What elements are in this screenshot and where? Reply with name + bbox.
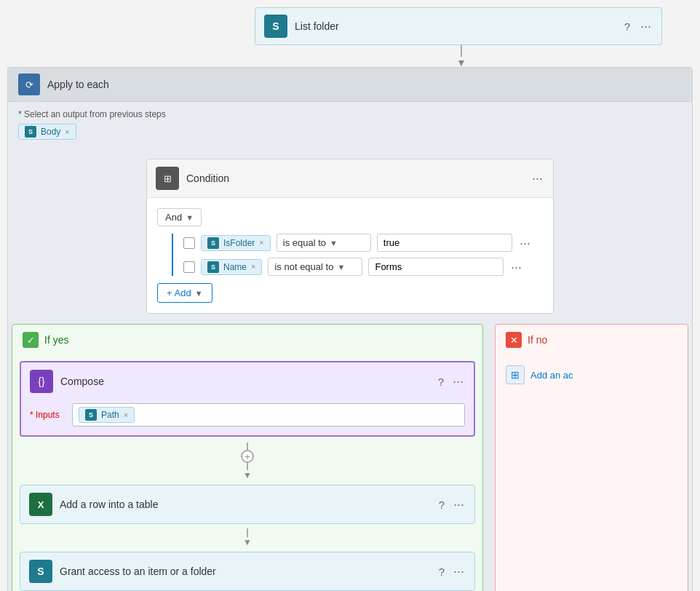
list-folder-card: S List folder ? ⋯ <box>255 7 662 45</box>
select-output-label: * Select an output from previous steps <box>18 109 682 119</box>
body-token: S Body × <box>18 124 76 140</box>
list-folder-title: List folder <box>295 20 616 32</box>
compose-header: {} Compose ? ⋯ <box>21 362 474 400</box>
apply-each-label: Apply to each <box>47 79 109 90</box>
apply-each-header: ⟳ Apply to each <box>8 68 692 102</box>
add-action-label: Add an ac <box>530 370 573 381</box>
plus-connector-1: + ▼ <box>12 443 482 480</box>
apply-each-body: * Select an output from previous steps S… <box>8 102 692 147</box>
add-chevron: ▼ <box>195 289 203 298</box>
and-chevron: ▼ <box>186 213 194 222</box>
if-yes-label: If yes <box>44 334 68 346</box>
list-folder-help-button[interactable]: ? <box>623 19 632 34</box>
isfolder-token: S IsFolder × <box>201 235 271 251</box>
compose-title: Compose <box>60 376 429 387</box>
name-token: S Name × <box>201 259 262 275</box>
compose-body: * Inputs S Path × <box>21 400 474 435</box>
condition-checkbox-2[interactable] <box>183 261 195 273</box>
condition-value-2[interactable] <box>368 258 504 276</box>
path-token: S Path × <box>79 407 135 423</box>
compose-icon: {} <box>30 370 53 393</box>
and-dropdown[interactable]: And ▼ <box>157 208 202 226</box>
body-token-remove[interactable]: × <box>65 128 69 136</box>
name-remove[interactable]: × <box>251 263 255 271</box>
if-no-label: If no <box>528 334 547 346</box>
condition-checkbox-1[interactable] <box>183 237 195 249</box>
path-token-icon: S <box>85 409 97 421</box>
row1-more-button[interactable]: ⋯ <box>518 235 532 251</box>
add-condition-button[interactable]: + Add ▼ <box>157 283 212 303</box>
list-folder-more-button[interactable]: ⋯ <box>639 18 653 34</box>
grant-access-icon: S <box>29 560 52 583</box>
operator-select-1[interactable]: is equal to ▼ <box>277 234 371 252</box>
inner-flow: ⊞ Condition ⋯ And ▼ S <box>8 147 692 591</box>
condition-header: ⊞ Condition ⋯ <box>147 159 553 198</box>
excel-icon: X <box>29 493 52 516</box>
list-folder-icon: S <box>264 15 287 38</box>
if-yes-section: ✓ If yes {} Compose ? ⋯ <box>12 324 483 591</box>
connector-2: ▼ <box>12 528 482 547</box>
condition-icon: ⊞ <box>156 167 179 190</box>
inputs-label: * Inputs <box>30 410 66 420</box>
condition-card: ⊞ Condition ⋯ And ▼ S <box>146 159 554 314</box>
isfolder-token-icon: S <box>207 237 219 249</box>
apply-each-icon: ⟳ <box>18 74 40 95</box>
path-token-label: Path <box>101 410 119 420</box>
name-token-icon: S <box>207 261 219 273</box>
grant-access-help-button[interactable]: ? <box>437 564 446 579</box>
grant-access-card: S Grant access to an item or a folder ? … <box>20 552 475 591</box>
list-folder-actions: ? ⋯ <box>623 18 653 34</box>
apply-each-container: ⟳ Apply to each * Select an output from … <box>7 67 693 591</box>
inputs-row: * Inputs S Path × <box>30 403 465 427</box>
path-token-remove[interactable]: × <box>124 411 128 419</box>
if-yes-header: ✓ If yes <box>12 325 482 355</box>
condition-title: Condition <box>186 172 523 184</box>
operator-chevron-2: ▼ <box>337 263 345 271</box>
canvas: S List folder ? ⋯ ▼ ⟳ Apply to each * Se… <box>0 0 700 591</box>
grant-access-title: Grant access to an item or a folder <box>60 566 430 577</box>
add-action-button[interactable]: ⊞ Add an ac <box>496 355 688 394</box>
operator-chevron-1: ▼ <box>330 239 338 247</box>
condition-body: And ▼ S IsFolder × <box>147 198 553 313</box>
branch-row: ✓ If yes {} Compose ? ⋯ <box>12 324 688 591</box>
operator-select-2[interactable]: is not equal to ▼ <box>268 258 362 276</box>
if-yes-check-icon: ✓ <box>23 332 39 348</box>
condition-rows: S IsFolder × is equal to ▼ ⋯ <box>172 234 543 276</box>
add-row-help-button[interactable]: ? <box>437 497 446 512</box>
plus-button-1[interactable]: + <box>241 450 254 463</box>
condition-row-2: S Name × is not equal to ▼ ⋯ <box>183 258 543 276</box>
row2-more-button[interactable]: ⋯ <box>509 259 523 275</box>
add-row-more-button[interactable]: ⋯ <box>452 496 466 512</box>
add-row-card: X Add a row into a table ? ⋯ <box>20 485 475 524</box>
add-row-title: Add a row into a table <box>60 499 430 510</box>
grant-access-more-button[interactable]: ⋯ <box>452 563 466 579</box>
body-token-icon: S <box>25 126 36 138</box>
condition-row-1: S IsFolder × is equal to ▼ ⋯ <box>183 234 543 252</box>
compose-more-button[interactable]: ⋯ <box>451 373 465 389</box>
if-no-section: ✕ If no ⊞ Add an ac <box>495 324 688 591</box>
inputs-field[interactable]: S Path × <box>72 403 465 427</box>
if-no-header: ✕ If no <box>496 325 688 355</box>
compose-help-button[interactable]: ? <box>437 374 445 389</box>
add-action-icon: ⊞ <box>506 365 525 384</box>
compose-card: {} Compose ? ⋯ * Inputs <box>20 361 475 437</box>
isfolder-remove[interactable]: × <box>259 239 263 247</box>
condition-more-button[interactable]: ⋯ <box>530 170 544 186</box>
condition-value-1[interactable] <box>377 234 512 252</box>
if-no-x-icon: ✕ <box>506 332 522 348</box>
connector-1: ▼ <box>456 45 466 68</box>
